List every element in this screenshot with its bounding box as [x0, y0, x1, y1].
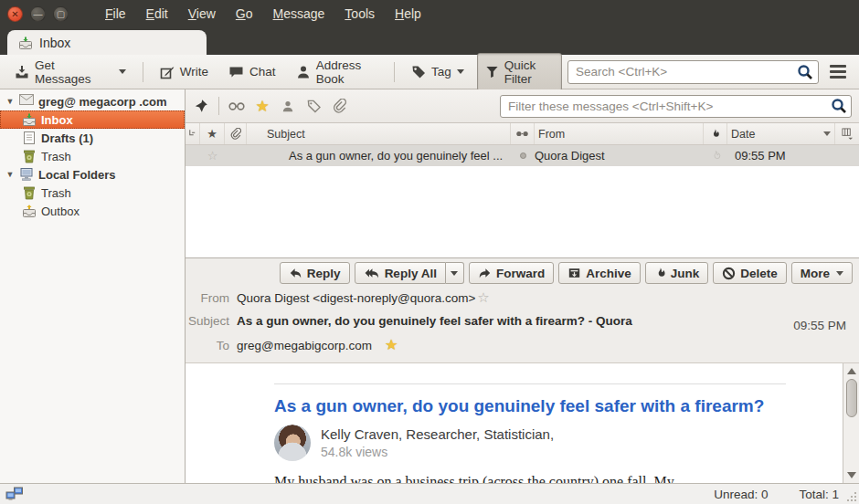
filter-messages-input[interactable] [500, 95, 852, 118]
reply-all-button[interactable]: Reply All [355, 262, 446, 284]
scrollbar-thumb[interactable] [846, 379, 857, 417]
menu-edit[interactable]: Edit [146, 6, 168, 21]
folder-local-trash[interactable]: Trash [0, 184, 185, 202]
subject-value: As a gun owner, do you genuinely feel sa… [237, 314, 632, 328]
reply-button[interactable]: Reply [280, 262, 350, 284]
menu-go[interactable]: Go [236, 6, 253, 21]
menu-help[interactable]: Help [395, 6, 421, 21]
column-attachments[interactable] [225, 123, 247, 144]
scroll-up-icon[interactable] [847, 368, 856, 374]
reply-all-icon [364, 267, 380, 279]
folder-label: Trash [41, 186, 71, 200]
unread-count: Unread: 0 [714, 488, 768, 501]
address-book-icon [296, 65, 311, 79]
to-label: To [186, 339, 237, 352]
chat-label: Chat [249, 65, 276, 79]
get-messages-dropdown[interactable] [111, 65, 133, 79]
address-book-button[interactable]: Address Book [289, 54, 385, 90]
folder-drafts[interactable]: Drafts (1) [0, 129, 185, 147]
global-search-input[interactable] [567, 60, 819, 84]
folder-trash[interactable]: Trash [0, 147, 185, 165]
status-bar: Unread: 0 Total: 1 [0, 483, 859, 504]
author-avatar[interactable] [274, 425, 311, 461]
quick-filter-bar: ★ [186, 89, 859, 123]
more-button[interactable]: More [791, 262, 853, 284]
write-icon [160, 65, 175, 79]
main-toolbar: Get Messages Write Chat Address Book [0, 55, 859, 89]
forward-button[interactable]: Forward [469, 262, 554, 284]
scroll-down-icon[interactable] [847, 472, 856, 478]
delete-button[interactable]: Delete [713, 262, 787, 284]
write-button[interactable]: Write [153, 60, 216, 84]
row-junk-indicator[interactable] [704, 150, 727, 162]
row-read-indicator[interactable] [511, 152, 535, 159]
column-from[interactable]: From [535, 123, 704, 144]
filter-attachment-icon[interactable] [331, 98, 347, 114]
close-window-button[interactable]: ✕ [7, 6, 23, 22]
archive-button[interactable]: Archive [558, 262, 641, 284]
reply-all-dropdown[interactable] [446, 262, 464, 284]
minimize-window-button[interactable]: — [30, 6, 46, 22]
get-messages-button[interactable]: Get Messages [7, 54, 106, 90]
message-body-wrap: As a gun owner, do you genuinely feel sa… [186, 362, 859, 483]
folder-inbox[interactable]: Inbox [0, 110, 185, 129]
chat-button[interactable]: Chat [221, 60, 283, 84]
junk-button[interactable]: Junk [645, 262, 709, 284]
filter-unread-icon[interactable] [228, 98, 245, 114]
quick-filter-button[interactable]: Quick Filter [477, 53, 562, 91]
archive-icon [567, 267, 581, 279]
row-from: Quora Digest [535, 149, 704, 163]
forward-icon [478, 267, 492, 279]
column-read[interactable] [511, 123, 535, 144]
column-junk[interactable] [704, 123, 727, 144]
menu-view[interactable]: View [188, 6, 216, 21]
toolbar-separator [394, 62, 395, 82]
quora-question-link[interactable]: As a gun owner, do you genuinely feel sa… [274, 396, 786, 416]
maximize-window-button[interactable]: ▢ [53, 6, 69, 22]
filter-contact-icon[interactable] [280, 98, 296, 114]
column-thread[interactable] [186, 123, 200, 144]
row-star-icon[interactable]: ☆ [200, 149, 225, 163]
global-search [567, 60, 819, 84]
mail-account-icon [19, 94, 34, 109]
menubar: File Edit View Go Message Tools Help [78, 6, 421, 21]
menu-tools[interactable]: Tools [345, 6, 375, 21]
account-row[interactable]: ▼ greg@ megacorp .com [0, 92, 185, 110]
menu-file[interactable]: File [105, 6, 126, 21]
local-folders-row[interactable]: ▼ Local Folders [0, 165, 185, 184]
tab-inbox[interactable]: Inbox [7, 30, 207, 55]
menu-message[interactable]: Message [273, 6, 325, 21]
message-row[interactable]: ☆ As a gun owner, do you genuinely feel … [186, 145, 859, 166]
inbox-folder-icon [22, 112, 37, 127]
body-scrollbar[interactable] [843, 363, 859, 483]
twisty-icon[interactable]: ▼ [5, 170, 15, 179]
message-headers: From Quora Digest <digest-noreply@quora.… [186, 286, 859, 362]
from-value[interactable]: Quora Digest <digest-noreply@quora.com> [237, 291, 475, 305]
tab-bar: Inbox [0, 27, 859, 55]
search-icon[interactable] [797, 64, 813, 80]
app-menu-icon[interactable] [824, 59, 852, 84]
to-value[interactable]: greg@megabigcorp.com [237, 339, 372, 352]
filter-starred-icon[interactable]: ★ [254, 98, 270, 114]
network-status-icon[interactable] [5, 487, 24, 501]
resize-grip[interactable] [846, 491, 857, 502]
sticky-filter-pin-icon[interactable] [193, 98, 209, 114]
column-date[interactable]: Date [727, 123, 835, 144]
tag-button[interactable]: Tag [404, 60, 472, 84]
column-starred[interactable]: ★ [200, 123, 225, 144]
thunderbird-window: ✕ — ▢ File Edit View Go Message Tools He… [0, 0, 859, 504]
folder-outbox[interactable]: Outbox [0, 202, 185, 220]
get-messages-label: Get Messages [35, 58, 99, 86]
author-name[interactable]: Kelly Craven, Researcher, Statistician, [321, 426, 554, 442]
starred-icon[interactable]: ★ [385, 336, 398, 353]
column-picker[interactable] [835, 123, 859, 144]
message-star-icon[interactable]: ☆ [477, 289, 489, 306]
trash-folder-icon [22, 185, 37, 200]
filter-tag-icon[interactable] [305, 98, 322, 114]
message-pane: Reply Reply All Forward [186, 257, 859, 483]
search-icon[interactable] [831, 98, 847, 114]
answer-paragraph: My husband was on a business trip (acros… [274, 472, 786, 483]
column-subject[interactable]: Subject [247, 123, 511, 144]
chevron-down-icon [457, 69, 464, 74]
twisty-icon[interactable]: ▼ [5, 97, 15, 106]
